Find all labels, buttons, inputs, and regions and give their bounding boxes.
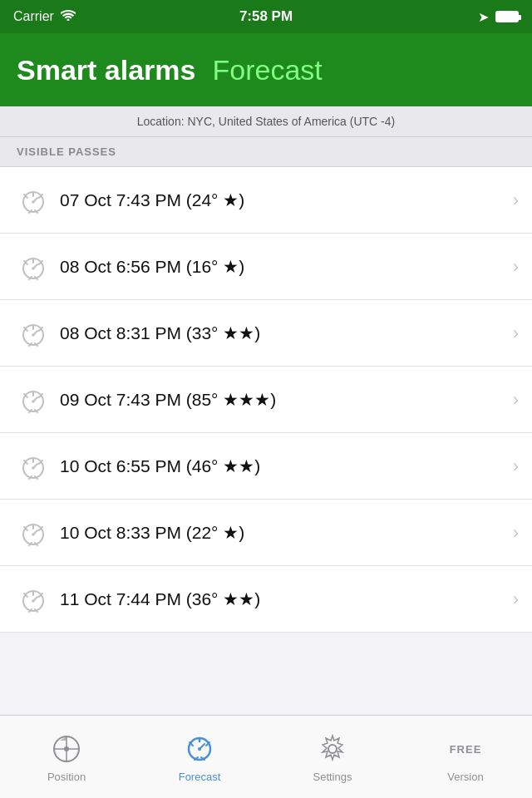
wifi-icon <box>61 9 76 24</box>
battery-icon <box>495 11 519 22</box>
svg-point-43 <box>32 533 35 536</box>
alarm-icon-6 <box>13 513 53 553</box>
svg-point-68 <box>328 745 337 753</box>
alarm-icon-2 <box>13 247 53 287</box>
alarm-icon-3 <box>13 313 53 353</box>
status-bar: Carrier 7:58 PM ➤ <box>0 0 532 33</box>
svg-point-11 <box>32 267 35 270</box>
pass-row-2[interactable]: 08 Oct 6:56 PM (16° ★) › <box>0 234 532 300</box>
svg-point-3 <box>32 200 35 204</box>
svg-point-59 <box>64 746 69 751</box>
location-arrow-icon: ➤ <box>478 9 489 25</box>
nav-bar: Smart alarms Forecast <box>0 33 532 106</box>
pass-text-7: 11 Oct 7:44 PM (36° ★★) <box>60 589 506 609</box>
svg-point-27 <box>32 400 35 403</box>
location-text: Location: NYC, United States of America … <box>137 115 395 128</box>
pass-text-2: 08 Oct 6:56 PM (16° ★) <box>60 257 506 277</box>
alarm-icon-7 <box>13 579 53 619</box>
pass-row-5[interactable]: 10 Oct 6:55 PM (46° ★★) › <box>0 433 532 500</box>
pass-row-4[interactable]: 09 Oct 7:43 PM (85° ★★★) › <box>0 367 532 433</box>
section-header: VISIBLE PASSES <box>0 137 532 167</box>
tab-version-label: Version <box>447 771 483 783</box>
alarm-icon-4 <box>13 380 53 420</box>
chevron-icon-5: › <box>513 456 519 477</box>
forecast-alarm-icon <box>181 731 218 767</box>
pass-text-6: 10 Oct 8:33 PM (22° ★) <box>60 523 506 543</box>
pass-text-1: 07 Oct 7:43 PM (24° ★) <box>60 190 506 210</box>
tab-forecast[interactable]: Forecast <box>133 731 266 783</box>
pass-row-6[interactable]: 10 Oct 8:33 PM (22° ★) › <box>0 500 532 566</box>
pass-text-4: 09 Oct 7:43 PM (85° ★★★) <box>60 390 506 410</box>
svg-point-63 <box>198 747 201 751</box>
chevron-icon-7: › <box>513 589 519 610</box>
passes-list: 07 Oct 7:43 PM (24° ★) › 08 Oct 6:56 PM … <box>0 167 532 633</box>
section-label: VISIBLE PASSES <box>17 145 116 158</box>
carrier-label: Carrier <box>13 9 54 24</box>
location-bar: Location: NYC, United States of America … <box>0 106 532 137</box>
svg-point-51 <box>32 599 35 603</box>
pass-text-5: 10 Oct 6:55 PM (46° ★★) <box>60 456 506 476</box>
alarm-icon-1 <box>13 180 53 220</box>
tab-version[interactable]: FREE Version <box>399 731 532 783</box>
position-icon <box>48 731 85 767</box>
tab-forecast-label: Forecast <box>179 771 221 783</box>
chevron-icon-6: › <box>513 522 519 544</box>
tab-settings[interactable]: Settings <box>266 731 399 783</box>
svg-point-19 <box>32 333 35 337</box>
chevron-icon-3: › <box>513 323 519 344</box>
pass-row-3[interactable]: 08 Oct 8:31 PM (33° ★★) › <box>0 300 532 367</box>
alarm-icon-5 <box>13 446 53 486</box>
pass-text-3: 08 Oct 8:31 PM (33° ★★) <box>60 323 506 343</box>
chevron-icon-2: › <box>513 256 519 278</box>
tab-position-label: Position <box>47 771 86 783</box>
status-time: 7:58 PM <box>239 8 293 25</box>
tab-settings-label: Settings <box>313 771 352 783</box>
tab-position[interactable]: Position <box>0 731 133 783</box>
pass-row-1[interactable]: 07 Oct 7:43 PM (24° ★) › <box>0 167 532 234</box>
pass-row-7[interactable]: 11 Oct 7:44 PM (36° ★★) › <box>0 566 532 633</box>
svg-point-35 <box>32 466 35 470</box>
chevron-icon-4: › <box>513 389 519 411</box>
nav-forecast-label: Forecast <box>212 54 322 86</box>
tab-bar: Position Forecast <box>0 715 532 798</box>
settings-icon <box>314 731 351 767</box>
version-icon: FREE <box>447 731 484 767</box>
chevron-icon-1: › <box>513 190 519 211</box>
nav-title: Smart alarms <box>17 54 195 86</box>
